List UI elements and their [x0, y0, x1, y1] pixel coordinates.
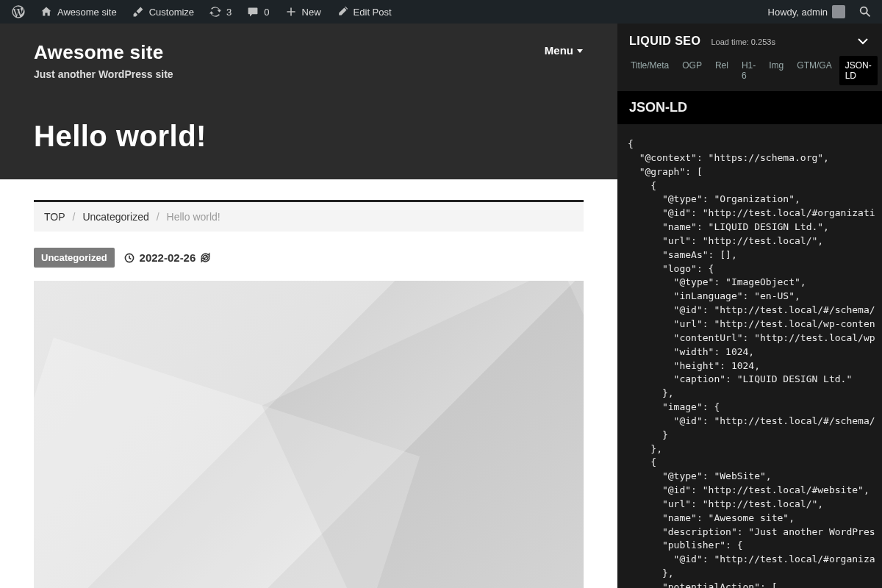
- breadcrumb-current: Hello world!: [167, 211, 220, 223]
- tagline: Just another WordPress site: [34, 68, 173, 80]
- panel-brand: LIQUID SEO: [629, 35, 700, 48]
- edit-post-text: Edit Post: [354, 7, 392, 18]
- customize-text: Customize: [149, 7, 194, 18]
- comment-icon: [246, 5, 259, 18]
- site-name-text: Awesome site: [57, 7, 117, 18]
- breadcrumb-category[interactable]: Uncategorized: [82, 211, 148, 223]
- breadcrumb: TOP / Uncategorized / Hello world!: [34, 202, 584, 232]
- tab-img[interactable]: Img: [763, 56, 789, 85]
- avatar: [832, 5, 845, 18]
- home-icon: [40, 5, 53, 18]
- breadcrumb-sep: /: [157, 211, 159, 223]
- pencil-icon: [336, 5, 349, 18]
- howdy-link[interactable]: Howdy, admin: [762, 0, 851, 24]
- new-text: New: [302, 7, 321, 18]
- featured-image: [34, 281, 584, 588]
- category-badge[interactable]: Uncategorized: [34, 248, 115, 268]
- refresh-icon: [200, 252, 211, 263]
- menu-label: Menu: [545, 44, 573, 57]
- panel-tabs: Title/MetaOGPRelH1-6ImgGTM/GAJSON-LD: [617, 56, 882, 91]
- site-name-link[interactable]: Awesome site: [34, 0, 123, 24]
- edit-post-link[interactable]: Edit Post: [330, 0, 398, 24]
- section-title: JSON-LD: [617, 91, 882, 124]
- main-content: Awesome site Just another WordPress site…: [0, 24, 617, 588]
- tab-rel[interactable]: Rel: [709, 56, 734, 85]
- load-time: Load time: 0.253s: [711, 37, 775, 46]
- seo-panel: LIQUID SEO Load time: 0.253s Title/MetaO…: [617, 24, 882, 588]
- customize-link[interactable]: Customize: [126, 0, 200, 24]
- site-title[interactable]: Awesome site: [34, 41, 173, 64]
- brush-icon: [132, 5, 145, 18]
- wp-logo[interactable]: [6, 0, 31, 24]
- howdy-text: Howdy, admin: [768, 7, 828, 18]
- new-link[interactable]: New: [279, 0, 327, 24]
- collapse-panel[interactable]: [856, 34, 870, 49]
- tab-gtm-ga[interactable]: GTM/GA: [791, 56, 837, 85]
- post-date: 2022-02-26: [140, 251, 196, 264]
- clock-icon: [123, 252, 135, 264]
- post-meta: Uncategorized 2022-02-26: [34, 248, 584, 268]
- tab-ogp[interactable]: OGP: [676, 56, 708, 85]
- adminbar-search[interactable]: [854, 5, 876, 18]
- tab-h1-6[interactable]: H1-6: [736, 56, 761, 85]
- update-icon: [209, 5, 222, 18]
- wp-admin-bar: Awesome site Customize 3 0 New: [0, 0, 882, 24]
- wordpress-icon: [12, 5, 25, 18]
- jsonld-code[interactable]: { "@context": "https://schema.org", "@gr…: [617, 124, 882, 588]
- comments-link[interactable]: 0: [240, 0, 275, 24]
- updates-link[interactable]: 3: [203, 0, 237, 24]
- tab-json-ld[interactable]: JSON-LD: [839, 56, 878, 85]
- post-title: Hello world!: [34, 120, 584, 153]
- tab-title-meta[interactable]: Title/Meta: [625, 56, 675, 85]
- caret-down-icon: [576, 47, 584, 54]
- breadcrumb-home[interactable]: TOP: [44, 211, 65, 223]
- breadcrumb-sep: /: [73, 211, 76, 223]
- updates-count: 3: [226, 7, 232, 18]
- hero: Awesome site Just another WordPress site…: [0, 24, 617, 179]
- menu-toggle[interactable]: Menu: [545, 41, 584, 57]
- plus-icon: [284, 5, 298, 18]
- comments-count: 0: [264, 7, 269, 18]
